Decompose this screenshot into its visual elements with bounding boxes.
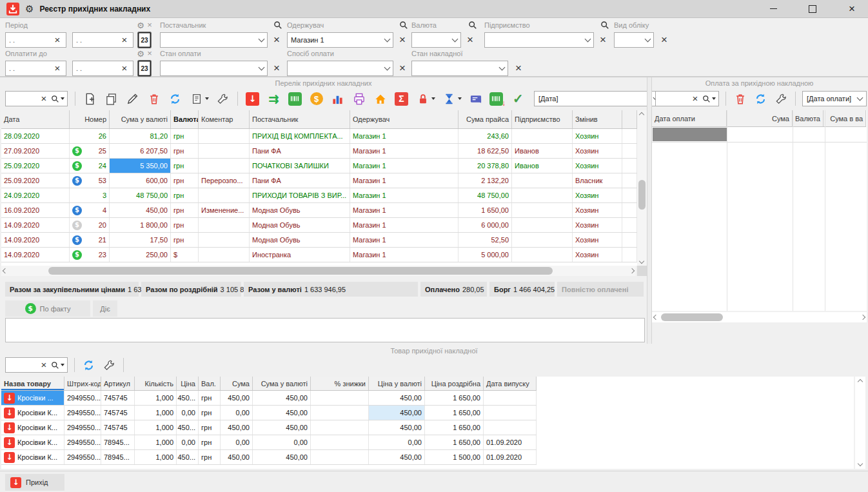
table-cell[interactable]: $20	[70, 218, 110, 232]
calendar-button[interactable]: 23	[137, 32, 152, 48]
table-cell[interactable]: ↓Кросівки К...	[1, 420, 64, 435]
column-header[interactable]: Артикул	[101, 377, 135, 390]
table-cell[interactable]: 1,000	[135, 450, 177, 464]
column-header[interactable]: Номер	[70, 110, 110, 128]
table-cell[interactable]: 52,50	[459, 233, 512, 247]
table-cell[interactable]: грн	[171, 144, 199, 158]
table-cell[interactable]: 0,00	[221, 435, 253, 449]
period-to-clear-icon[interactable]: ×	[119, 35, 130, 45]
table-cell[interactable]: грн	[171, 188, 199, 202]
table-cell[interactable]: Хозяин	[573, 248, 622, 262]
table-cell[interactable]	[199, 233, 250, 247]
column-header[interactable]: Сума прайса	[459, 110, 512, 128]
table-cell[interactable]	[199, 248, 250, 262]
table-cell[interactable]: Иванов	[512, 144, 573, 158]
enterprise-select[interactable]	[484, 32, 594, 48]
table-cell[interactable]: ПОЧАТКОВІ ЗАЛИШКИ	[250, 159, 350, 173]
invoice-row[interactable]: 24.09.2020348 750,00грнПРИХОДИ ТОВАРІВ З…	[1, 188, 637, 203]
refresh-icon[interactable]	[168, 92, 182, 106]
table-cell[interactable]	[199, 218, 250, 232]
table-cell[interactable]: грн	[171, 159, 199, 173]
print-icon[interactable]	[351, 92, 366, 106]
transfer-icon[interactable]: ⇉	[266, 92, 281, 106]
table-cell[interactable]: 450,00	[253, 420, 311, 435]
items-vscrollbar[interactable]	[855, 377, 865, 469]
table-cell[interactable]	[311, 420, 369, 435]
table-cell[interactable]: 450,00	[221, 391, 253, 405]
column-header[interactable]: % знижки	[311, 377, 369, 390]
statusbar-tab-income[interactable]: ↓ Прихід	[5, 474, 64, 491]
table-cell[interactable]: 450,00	[369, 406, 425, 420]
table-cell[interactable]: 14.09.2020	[1, 233, 70, 247]
table-cell[interactable]: 17,50	[110, 233, 171, 247]
table-cell[interactable]: 450,00	[221, 420, 253, 435]
table-cell[interactable]: 745745	[101, 391, 135, 405]
table-cell[interactable]: грн	[199, 450, 221, 464]
table-cell[interactable]: Хозяин	[573, 159, 622, 173]
table-cell[interactable]	[199, 129, 250, 143]
wrench-icon[interactable]	[774, 92, 789, 106]
column-header[interactable]	[622, 110, 637, 128]
table-cell[interactable]: 1 650,00	[425, 391, 484, 405]
table-cell[interactable]: 2949550...	[64, 450, 101, 464]
table-cell[interactable]: Магазин 1	[350, 173, 459, 188]
refresh-icon[interactable]	[753, 92, 768, 106]
column-header[interactable]: Змінив	[573, 110, 622, 128]
maximize-button[interactable]	[803, 1, 822, 17]
table-cell[interactable]: Иванов	[512, 159, 573, 173]
barcode-icon[interactable]	[288, 92, 302, 106]
column-header[interactable]: Постачальник	[250, 110, 350, 128]
payment-state-select[interactable]	[160, 61, 268, 76]
column-header[interactable]: Дата оплати	[652, 110, 727, 126]
delete-icon[interactable]	[733, 92, 747, 106]
table-cell[interactable]: Модная Обувь	[250, 203, 350, 217]
table-cell[interactable]: грн	[199, 435, 221, 449]
table-cell[interactable]: ↓Кросівки К...	[1, 450, 64, 464]
table-cell[interactable]: Власник	[573, 173, 622, 188]
column-header[interactable]: Назва товару	[1, 377, 64, 390]
sum-sigma-icon[interactable]: Σ	[394, 92, 409, 106]
pay-until-from-clear-icon[interactable]: ×	[52, 63, 63, 74]
item-row[interactable]: ↓Кросівки ...2949550...7457451,000450...…	[1, 391, 537, 406]
payment-method-select[interactable]	[287, 61, 393, 76]
table-cell[interactable]: 2 132,20	[459, 173, 512, 188]
table-cell[interactable]	[622, 218, 637, 232]
table-cell[interactable]: 16.09.2020	[1, 203, 70, 217]
income-icon[interactable]: ↓	[245, 92, 260, 106]
table-cell[interactable]: Модная Обувь	[250, 218, 350, 232]
table-cell[interactable]	[512, 188, 573, 202]
pay-until-to-clear-icon[interactable]: ×	[119, 63, 130, 74]
table-cell[interactable]	[484, 406, 537, 420]
table-cell[interactable]	[311, 450, 369, 464]
table-cell[interactable]: 1,000	[135, 391, 177, 405]
column-header[interactable]: Сума	[727, 110, 793, 126]
accounting-type-clear-icon[interactable]: ×	[659, 35, 669, 45]
column-header[interactable]: Сума в ва	[824, 110, 866, 126]
pay-until-from-input[interactable]: . .×	[5, 61, 66, 76]
period-settings-icon[interactable]: ⚙	[137, 21, 144, 30]
invoices-search-clear-icon[interactable]: ×	[39, 93, 49, 104]
table-cell[interactable]: 1 650,00	[425, 435, 484, 449]
table-cell[interactable]: Иностранка	[250, 248, 350, 262]
table-cell[interactable]: 450,00	[369, 391, 425, 405]
copy-icon[interactable]	[104, 92, 119, 106]
edit-icon[interactable]	[125, 92, 140, 106]
table-cell[interactable]: Хозяин	[573, 233, 622, 247]
invoice-row[interactable]: 28.09.20202681,20грнПРИХІД ВІД КОМПЛЕКТА…	[1, 129, 637, 144]
table-cell[interactable]: $53	[70, 173, 110, 188]
pay-until-calendar-button[interactable]: 23	[137, 60, 152, 77]
invoice-row[interactable]: 25.09.2020$245 350,00грнПОЧАТКОВІ ЗАЛИШК…	[1, 159, 637, 173]
table-cell[interactable]	[622, 129, 637, 143]
refresh-icon[interactable]	[81, 358, 96, 373]
table-cell[interactable]	[512, 218, 573, 232]
table-cell[interactable]: $	[171, 248, 199, 262]
table-cell[interactable]: 14.09.2020	[1, 248, 70, 262]
table-cell[interactable]	[512, 173, 573, 188]
column-header[interactable]: Кількість	[135, 377, 177, 390]
invoice-row[interactable]: 25.09.2020$53600,00грнПерерозпо...Пани Ф…	[1, 173, 637, 188]
table-cell[interactable]: Магазин 1	[350, 218, 459, 232]
delete-icon[interactable]	[146, 92, 161, 106]
table-cell[interactable]: Магазин 1	[350, 144, 459, 158]
table-cell[interactable]: Пани ФА	[250, 173, 350, 188]
table-cell[interactable]: 450,00	[253, 391, 311, 405]
